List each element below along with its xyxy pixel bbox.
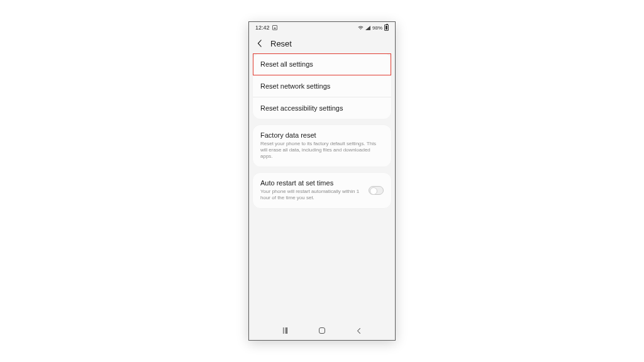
row-label: Reset network settings	[260, 82, 330, 90]
system-nav-bar	[249, 322, 395, 340]
reset-options-card: Reset all settings Reset network setting…	[253, 53, 391, 119]
row-title: Factory data reset	[260, 131, 384, 139]
nav-recents-button[interactable]	[279, 325, 291, 336]
auto-restart-row[interactable]: Auto restart at set times Your phone wil…	[253, 173, 391, 208]
nav-home-button[interactable]	[316, 325, 328, 336]
nav-back-button[interactable]	[353, 325, 365, 336]
status-left: 12:42	[255, 25, 277, 31]
row-title: Auto restart at set times	[260, 179, 364, 187]
signal-icon	[365, 26, 370, 30]
status-right: 98%	[358, 25, 389, 31]
row-subtitle: Reset your phone to its factory default …	[260, 141, 384, 160]
reset-all-settings-row[interactable]: Reset all settings	[253, 53, 391, 75]
stage: 12:42 98% Reset	[0, 0, 644, 362]
row-label: Reset all settings	[260, 60, 313, 68]
wifi-icon	[358, 26, 364, 30]
auto-restart-toggle[interactable]	[369, 186, 384, 195]
recents-icon	[283, 327, 287, 334]
gallery-icon	[272, 25, 277, 30]
phone-frame: 12:42 98% Reset	[248, 21, 396, 341]
row-subtitle: Your phone will restart automatically wi…	[260, 189, 364, 201]
auto-restart-card: Auto restart at set times Your phone wil…	[253, 173, 391, 208]
content-area: Reset all settings Reset network setting…	[249, 53, 395, 322]
battery-percent: 98%	[372, 25, 382, 31]
chevron-left-icon	[356, 327, 362, 334]
status-bar: 12:42 98%	[249, 22, 395, 33]
battery-icon	[384, 25, 389, 31]
home-icon	[319, 327, 325, 334]
back-button[interactable]	[255, 39, 264, 48]
reset-accessibility-settings-row[interactable]: Reset accessibility settings	[253, 97, 391, 119]
factory-data-reset-row[interactable]: Factory data reset Reset your phone to i…	[253, 125, 391, 167]
chevron-left-icon	[257, 40, 263, 47]
page-title: Reset	[270, 39, 292, 48]
reset-network-settings-row[interactable]: Reset network settings	[253, 75, 391, 97]
screen-header: Reset	[249, 33, 395, 53]
row-label: Reset accessibility settings	[260, 104, 343, 112]
factory-reset-card: Factory data reset Reset your phone to i…	[253, 125, 391, 167]
status-time: 12:42	[255, 25, 270, 31]
